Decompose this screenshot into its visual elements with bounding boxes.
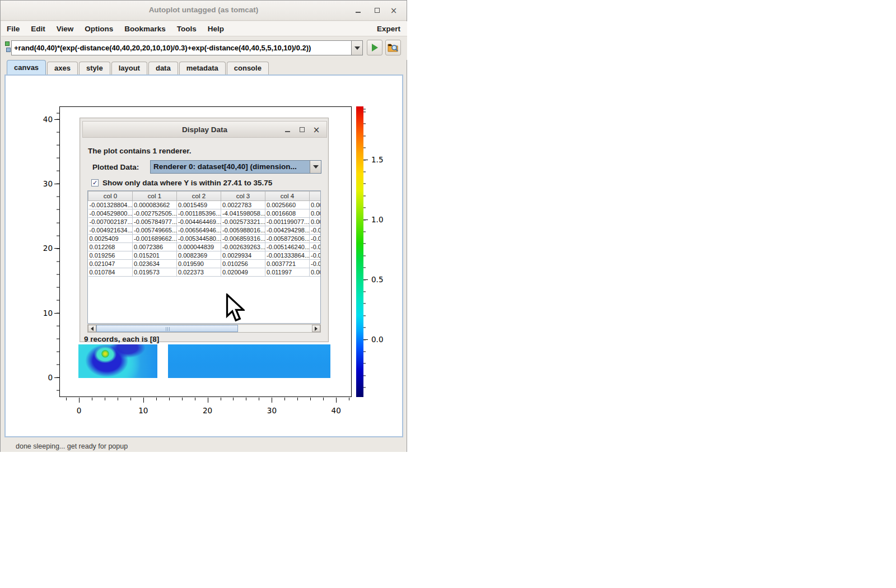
table-cell[interactable]: 0.019573 — [133, 268, 177, 277]
scroll-left-button[interactable] — [88, 325, 96, 332]
table-cell[interactable]: 0.022373 — [177, 268, 221, 277]
filter-checkbox[interactable]: ✓ — [91, 179, 99, 186]
column-header[interactable]: col 3 — [221, 192, 265, 201]
table-cell[interactable]: -0.006859316... — [221, 235, 265, 243]
table-cell[interactable]: 0.0022783 — [221, 201, 265, 209]
dialog-minimize-button[interactable] — [281, 124, 294, 134]
tab-canvas[interactable]: canvas — [7, 60, 46, 74]
table-cell[interactable]: -0.004294298... — [265, 226, 310, 235]
table-cell[interactable]: 0.0016608 — [265, 209, 310, 218]
combobox-arrow-button[interactable] — [310, 161, 321, 173]
table-horizontal-scrollbar[interactable] — [87, 324, 321, 333]
table-cell[interactable]: -0.005784977... — [133, 218, 177, 226]
table-cell[interactable]: -0.0 — [310, 251, 321, 260]
table-cell[interactable]: 0.019590 — [177, 260, 221, 268]
table-row[interactable]: 0.0122680.00723860.000044839-0.002639263… — [88, 243, 321, 251]
table-cell[interactable]: 0.000044839 — [177, 243, 221, 251]
table-row[interactable]: 0.0192560.0152010.00823690.0029934-0.001… — [88, 251, 321, 260]
table-cell[interactable]: 0.021047 — [88, 260, 133, 268]
table-cell[interactable]: -0.002639263... — [221, 243, 265, 251]
table-cell[interactable]: -0.0 — [310, 235, 321, 243]
table-row[interactable]: 0.0025409-0.001689662...-0.005344580...-… — [88, 235, 321, 243]
table-cell[interactable]: 0.00 — [310, 218, 321, 226]
column-header[interactable]: col 0 — [88, 192, 133, 201]
menu-item-help[interactable]: Help — [202, 25, 230, 33]
scroll-right-button[interactable] — [312, 325, 320, 332]
uri-input[interactable] — [11, 40, 351, 55]
table-cell[interactable]: 0.010784 — [88, 268, 133, 277]
table-cell[interactable]: 0.023634 — [133, 260, 177, 268]
inspect-uri-button[interactable] — [385, 40, 401, 55]
table-row[interactable]: 0.0210470.0236340.0195900.0102560.003772… — [88, 260, 321, 268]
tab-style[interactable]: style — [79, 62, 110, 74]
table-cell[interactable]: 0.011997 — [265, 268, 310, 277]
table-cell[interactable]: -0.0 — [310, 226, 321, 235]
tab-axes[interactable]: axes — [47, 62, 78, 74]
table-cell[interactable]: 0.019256 — [88, 251, 133, 260]
table-cell[interactable]: -0.001328804... — [88, 201, 133, 209]
column-header[interactable]: col 2 — [177, 192, 221, 201]
table-cell[interactable]: -0.004921634... — [88, 226, 133, 235]
table-cell[interactable]: -0.001185396... — [177, 209, 221, 218]
menu-item-file[interactable]: File — [1, 25, 25, 33]
table-cell[interactable]: -0.005988016... — [221, 226, 265, 235]
dialog-close-button[interactable]: × — [310, 124, 323, 134]
data-table-viewport[interactable]: col 0col 1col 2col 3col 4 -0.001328804..… — [87, 190, 321, 324]
table-cell[interactable]: -0.001199077... — [265, 218, 310, 226]
table-cell[interactable]: 0.0029934 — [221, 251, 265, 260]
tab-data[interactable]: data — [148, 62, 178, 74]
table-cell[interactable]: 0.00 — [310, 209, 321, 218]
go-button[interactable] — [367, 40, 382, 55]
window-maximize-button[interactable] — [370, 5, 384, 16]
dialog-maximize-button[interactable] — [295, 124, 309, 134]
column-header[interactable] — [310, 192, 321, 201]
window-minimize-button[interactable] — [351, 5, 365, 16]
table-cell[interactable]: -0.001333864... — [265, 251, 310, 260]
scrollbar-track[interactable] — [96, 325, 312, 332]
table-cell[interactable]: 0.020049 — [221, 268, 265, 277]
plotted-data-combobox[interactable]: Renderer 0: dataset[40,40] (dimension... — [150, 160, 321, 174]
table-cell[interactable]: -0.005344580... — [177, 235, 221, 243]
column-header[interactable]: col 1 — [133, 192, 177, 201]
table-cell[interactable]: 0.0015459 — [177, 201, 221, 209]
menu-item-options[interactable]: Options — [79, 25, 119, 33]
table-row[interactable]: -0.004921634...-0.005749665...-0.0065649… — [88, 226, 321, 235]
table-cell[interactable]: 0.015201 — [133, 251, 177, 260]
column-header[interactable]: col 4 — [265, 192, 310, 201]
table-cell[interactable]: -0.005749665... — [133, 226, 177, 235]
table-cell[interactable]: -0.004529800... — [88, 209, 133, 218]
menu-item-edit[interactable]: Edit — [25, 25, 51, 33]
uri-dropdown-button[interactable] — [351, 40, 363, 55]
table-cell[interactable]: -0.006564946... — [177, 226, 221, 235]
table-row[interactable]: -0.001328804...0.0000836620.00154590.002… — [88, 201, 321, 209]
table-cell[interactable]: 0.0025660 — [265, 201, 310, 209]
table-cell[interactable]: 0.0037721 — [265, 260, 310, 268]
menu-item-tools[interactable]: Tools — [171, 25, 202, 33]
tab-console[interactable]: console — [227, 62, 269, 74]
table-cell[interactable]: -0.005146240... — [265, 243, 310, 251]
menu-expert[interactable]: Expert — [377, 25, 400, 33]
table-row[interactable]: -0.004529800...-0.002752505...-0.0011853… — [88, 209, 321, 218]
menu-item-view[interactable]: View — [51, 25, 80, 33]
table-cell[interactable]: -0.001689662... — [133, 235, 177, 243]
table-cell[interactable]: 0.00 — [310, 201, 321, 209]
menu-item-bookmarks[interactable]: Bookmarks — [119, 25, 171, 33]
table-cell[interactable]: 0.000083662 — [133, 201, 177, 209]
table-cell[interactable]: -0.002752505... — [133, 209, 177, 218]
table-cell[interactable]: 0.0072386 — [133, 243, 177, 251]
dialog-title-bar[interactable]: Display Data × — [82, 121, 327, 138]
table-cell[interactable]: -0.0 — [310, 243, 321, 251]
tab-layout[interactable]: layout — [111, 62, 147, 74]
table-cell[interactable]: 0.010256 — [221, 260, 265, 268]
table-row[interactable]: -0.007002187...-0.005784977...-0.0044644… — [88, 218, 321, 226]
scrollbar-thumb[interactable] — [96, 325, 238, 332]
table-cell[interactable]: -0.004464469... — [177, 218, 221, 226]
table-cell[interactable]: -0.007002187... — [88, 218, 133, 226]
table-cell[interactable]: -0.0 — [310, 260, 321, 268]
table-cell[interactable]: 0.012268 — [88, 243, 133, 251]
table-row[interactable]: 0.0107840.0195730.0223730.0200490.011997… — [88, 268, 321, 277]
window-close-button[interactable]: × — [386, 5, 401, 16]
table-cell[interactable]: -0.002573321... — [221, 218, 265, 226]
tab-metadata[interactable]: metadata — [179, 62, 226, 74]
table-cell[interactable]: 0.0025409 — [88, 235, 133, 243]
